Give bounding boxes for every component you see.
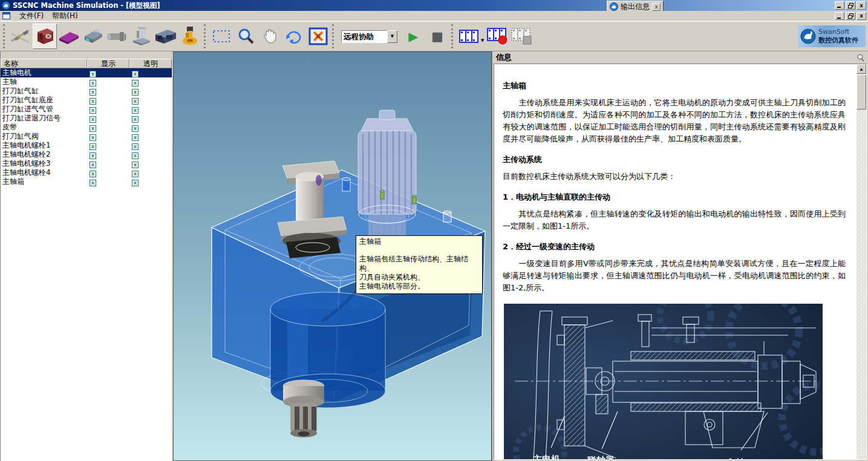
transparent-checkbox[interactable]: x [132, 134, 139, 141]
transparent-checkbox[interactable]: x [132, 71, 139, 77]
transparent-checkbox[interactable]: x [132, 162, 139, 168]
transparent-checkbox[interactable]: x [132, 107, 139, 114]
column-header-display[interactable]: 显示 [87, 59, 129, 68]
fit-view-button[interactable] [306, 24, 330, 49]
stop-button[interactable]: ■ [425, 24, 449, 49]
table-row[interactable]: 打刀缸气缸 x x [1, 87, 172, 96]
display-checkbox[interactable]: x [90, 162, 96, 168]
table-row[interactable]: 主轴电机螺栓4 x x [1, 168, 172, 177]
display-checkbox[interactable]: x [90, 180, 96, 186]
pan-tool-button[interactable] [258, 24, 282, 49]
display-checkbox[interactable]: x [90, 171, 96, 177]
display-checkbox[interactable]: x [90, 80, 96, 87]
display-checkbox[interactable]: x [90, 89, 96, 96]
zoom-tool-button[interactable] [233, 24, 258, 49]
transparent-checkbox[interactable]: x [132, 80, 139, 87]
transparent-checkbox[interactable]: x [132, 152, 139, 159]
info-scrollbar[interactable]: ▲ [857, 64, 866, 459]
restore-button[interactable] [846, 1, 855, 10]
figure-label-main-motor: 主电机 [533, 454, 560, 460]
toolbar-grip[interactable] [204, 24, 206, 48]
transparent-checkbox[interactable]: x [132, 180, 139, 186]
table-row[interactable]: 主轴电机螺栓3 x x [1, 159, 172, 168]
display-checkbox[interactable]: x [90, 143, 96, 150]
figure-label-spindle: 主轴 [726, 457, 745, 460]
table-row[interactable]: 打刀缸进退刀信号 x x [1, 114, 172, 123]
table-row[interactable]: 皮带 x x [1, 123, 172, 132]
rotate-tool-button[interactable] [282, 24, 306, 49]
mdi-document-icon[interactable] [2, 12, 10, 19]
table-row[interactable]: 主轴电机螺栓2 x x [1, 150, 172, 159]
logo-subtitle: 数控仿真软件 [818, 36, 858, 45]
toolbar-grip[interactable] [3, 24, 5, 48]
transparent-checkbox[interactable]: x [132, 143, 139, 150]
machine-body-button[interactable] [154, 24, 178, 49]
info-heading: 1．电动机与主轴直联的主传动 [503, 191, 846, 203]
display-checkbox[interactable]: x [90, 116, 96, 123]
table-row[interactable]: 主轴电机 x x [1, 68, 172, 77]
check-mark-icon: x [91, 108, 95, 113]
transparent-checkbox[interactable]: x [132, 89, 139, 96]
record-stop-button[interactable] [509, 24, 534, 49]
info-content: 主轴箱 主传动系统是用来实现机床主运动的，它将主电动机的原动力变成可供主轴上刀具… [494, 64, 867, 460]
film-dropdown-arrow[interactable]: ▼ [481, 38, 484, 43]
display-checkbox[interactable]: x [90, 71, 96, 77]
output-window-close-button[interactable]: x [652, 3, 661, 11]
film-button[interactable] [457, 24, 481, 49]
transparent-checkbox[interactable]: x [132, 116, 139, 123]
scroll-thumb[interactable] [857, 74, 866, 110]
display-checkbox[interactable]: x [90, 98, 96, 105]
table-row[interactable]: 打刀缸气缸底座 x x [1, 96, 172, 105]
table-row[interactable]: 主轴电机螺栓1 x x [1, 141, 172, 150]
display-checkbox[interactable]: x [90, 125, 96, 132]
combo-dropdown-button[interactable]: ▼ [387, 30, 397, 43]
play-button[interactable]: ▶ [401, 24, 425, 49]
display-checkbox[interactable]: x [90, 152, 96, 159]
menu-file[interactable]: 文件(F) [15, 10, 48, 22]
display-checkbox[interactable]: x [90, 134, 96, 141]
tooltip-line: 主轴箱包括主轴传动结构、主轴结构、 [359, 255, 479, 273]
machine-saddle-button[interactable] [81, 24, 105, 49]
machine-tool-magazine-button[interactable] [178, 24, 202, 49]
check-mark-icon: x [91, 117, 95, 122]
toolbar-grip[interactable] [451, 24, 454, 48]
main-area: 名称 显示 透明 主轴电机 x x 主轴 x x 打刀缸气缸 x x [0, 51, 868, 461]
info-paragraph: 其忧点是结构紧凑，但主轴转速的变化及转矩的输出和电动机的输出特性致，因而使用上受… [503, 208, 846, 232]
table-row[interactable]: 打刀缸气阀 x x [1, 132, 172, 141]
transparent-checkbox[interactable]: x [132, 125, 139, 132]
check-mark-icon: x [91, 99, 95, 104]
scroll-up-button[interactable]: ▲ [857, 64, 866, 74]
transparent-checkbox[interactable]: x [132, 98, 139, 105]
check-mark-icon: x [91, 80, 95, 86]
remote-assist-value[interactable]: 远程协助 [341, 30, 387, 43]
mdi-restore-button[interactable] [846, 12, 855, 20]
remote-assist-combobox[interactable]: 远程协助 ▼ [341, 30, 397, 43]
column-header-name[interactable]: 名称 [1, 59, 87, 68]
model-viewport[interactable]: 主轴箱 主轴箱包括主轴传动结构、主轴结构、 刀具自动夹紧机构、 主轴电动机等部分… [173, 51, 492, 461]
table-row[interactable]: 主轴箱 x x [1, 177, 172, 186]
menu-help[interactable]: 帮助(H) [48, 10, 82, 22]
table-row[interactable]: 主轴 x x [1, 77, 172, 87]
pushpin-icon[interactable] [857, 54, 864, 62]
check-mark-icon: x [134, 144, 137, 149]
display-checkbox[interactable]: x [90, 107, 96, 114]
check-mark-icon: x [91, 171, 95, 177]
table-row[interactable]: 打刀缸进气气管 x x [1, 105, 172, 114]
machine-spindle-head-button[interactable] [33, 24, 57, 49]
select-tool-button[interactable] [209, 24, 233, 49]
close-button[interactable]: x [857, 1, 866, 10]
column-header-transparent[interactable]: 透明 [129, 59, 172, 68]
machine-bed-button[interactable] [57, 24, 81, 49]
mdi-minimize-button[interactable] [835, 12, 844, 20]
machine-axes-button[interactable] [8, 24, 33, 49]
machine-column-button[interactable] [129, 24, 154, 49]
check-mark-icon: x [134, 180, 137, 186]
record-button[interactable] [485, 24, 509, 49]
menu-bar: 文件(F) 帮助(H) x [0, 11, 868, 21]
mdi-close-button[interactable]: x [857, 12, 866, 20]
toolbar-grip[interactable] [332, 24, 334, 48]
tooltip-title: 主轴箱 [359, 237, 479, 246]
minimize-button[interactable] [835, 1, 844, 10]
machine-spindle-button[interactable] [105, 24, 129, 49]
transparent-checkbox[interactable]: x [132, 171, 139, 177]
